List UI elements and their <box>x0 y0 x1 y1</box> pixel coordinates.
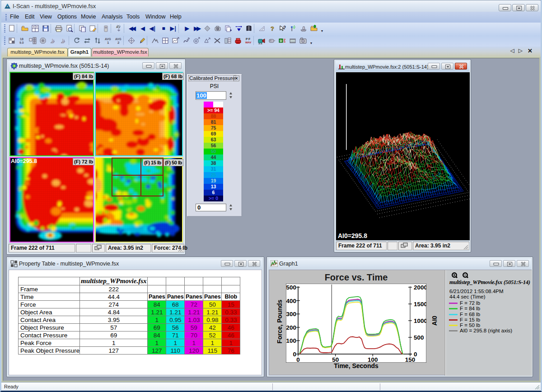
svg-text:0: 0 <box>296 356 300 363</box>
svg-text:1000: 1000 <box>414 317 426 324</box>
svg-text:400: 400 <box>286 298 296 304</box>
svg-text:9.0: 9.0 <box>19 41 24 44</box>
svg-text:500: 500 <box>286 284 296 291</box>
svg-text:200: 200 <box>286 324 296 331</box>
svg-text:?: ? <box>283 25 286 30</box>
svg-text:100: 100 <box>368 356 378 363</box>
svg-text:P F: P F <box>246 37 251 41</box>
svg-text:0: 0 <box>293 351 296 358</box>
svg-text:?: ? <box>271 25 274 32</box>
svg-text:WAV: WAV <box>245 41 251 44</box>
svg-text:2: 2 <box>117 41 120 44</box>
svg-text:AVG: AVG <box>115 37 121 41</box>
svg-text:100: 100 <box>286 337 296 344</box>
svg-text:18: 18 <box>20 37 23 41</box>
svg-text:150: 150 <box>405 356 416 363</box>
svg-text:300: 300 <box>286 311 296 317</box>
svg-text:D: D <box>280 39 282 42</box>
svg-text:AVG: AVG <box>105 37 111 41</box>
svg-text:1500: 1500 <box>414 301 426 308</box>
svg-text:50: 50 <box>332 356 339 363</box>
svg-text:1: 1 <box>107 41 109 44</box>
svg-text:A͝V: A͝V <box>116 25 121 28</box>
svg-text:2000: 2000 <box>414 284 426 291</box>
svg-text:500: 500 <box>414 334 424 341</box>
